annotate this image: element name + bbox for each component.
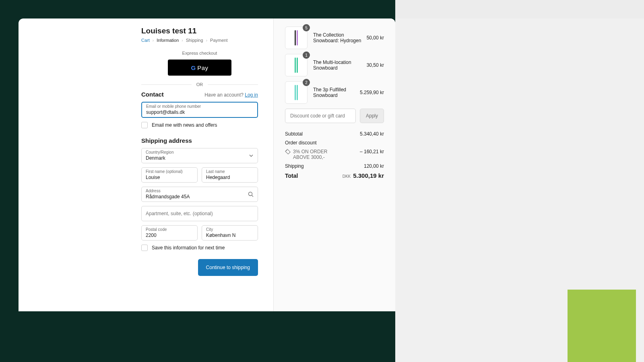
apartment-field[interactable] — [141, 206, 258, 221]
total-currency: DKK — [343, 174, 351, 179]
discount-detail: 3% ON ORDER ABOVE 3000,- — [285, 149, 337, 160]
breadcrumb-information[interactable]: Information — [157, 38, 179, 43]
newsletter-checkbox[interactable] — [141, 122, 148, 128]
order-summary-column: 5The Collection Snowboard: Hydrogen50,00… — [274, 19, 395, 311]
main-column: Louises test 11 Cart › Information › Shi… — [19, 19, 274, 311]
cart-thumb: 2 — [285, 81, 308, 104]
account-prompt: Have an account? Log in — [204, 92, 258, 98]
email-field[interactable]: Email or mobile phone number — [141, 102, 258, 118]
cart-item-price: 5.259,90 kr — [360, 90, 384, 95]
shipping-heading: Shipping address — [141, 137, 258, 144]
total-value: 5.300,19 kr — [353, 172, 384, 179]
tag-icon — [285, 149, 291, 154]
city-field[interactable]: City — [202, 225, 258, 241]
cart-item: 2The 3p Fulfilled Snowboard5.259,90 kr — [285, 81, 384, 104]
cart-item: 1The Multi-location Snowboard30,50 kr — [285, 54, 384, 76]
apartment-input[interactable] — [142, 206, 258, 221]
order-discount-label: Order discount — [285, 140, 317, 146]
shipping-value: 120,00 kr — [364, 163, 384, 169]
breadcrumb-cart[interactable]: Cart — [141, 38, 150, 43]
decorative-green-block — [568, 290, 636, 362]
shipping-label: Shipping — [285, 163, 304, 169]
cart-item: 5The Collection Snowboard: Hydrogen50,00… — [285, 27, 384, 49]
subtotal-label: Subtotal — [285, 131, 303, 137]
quantity-badge: 1 — [303, 51, 310, 59]
breadcrumb-shipping: Shipping — [186, 38, 203, 43]
browser-toolbar-placeholder — [395, 0, 644, 19]
cart-item-name: The Collection Snowboard: Hydrogen — [313, 32, 367, 43]
svg-point-2 — [286, 150, 287, 151]
discount-amount: – 160,21 kr — [360, 149, 384, 154]
total-label: Total — [285, 173, 298, 179]
contact-heading: Contact — [141, 91, 164, 98]
breadcrumb: Cart › Information › Shipping › Payment — [141, 38, 258, 43]
express-checkout-label: Express checkout — [141, 51, 258, 56]
chevron-right-icon: › — [206, 38, 207, 43]
postal-field[interactable]: Postal code — [141, 225, 198, 241]
subtotal-value: 5.340,40 kr — [360, 131, 384, 137]
shop-title: Louises test 11 — [141, 27, 258, 35]
address-field[interactable]: Address — [141, 187, 258, 202]
cart-item-name: The 3p Fulfilled Snowboard — [313, 87, 360, 98]
or-divider: OR — [141, 82, 258, 87]
cart-item-price: 30,50 kr — [367, 62, 384, 68]
google-pay-button[interactable]: G Pay — [168, 60, 231, 76]
quantity-badge: 5 — [303, 24, 310, 31]
first-name-field[interactable]: First name (optional) — [141, 167, 198, 183]
chevron-right-icon: › — [182, 38, 183, 43]
continue-button[interactable]: Continue to shipping — [198, 259, 258, 276]
save-info-label: Save this information for next time — [152, 245, 225, 251]
cart-item-name: The Multi-location Snowboard — [313, 60, 367, 71]
newsletter-label: Email me with news and offers — [152, 122, 217, 128]
cart-item-price: 50,00 kr — [367, 35, 384, 41]
cart-thumb: 5 — [285, 27, 308, 49]
country-select[interactable]: Country/Region Denmark — [141, 148, 258, 163]
checkout-window: Louises test 11 Cart › Information › Shi… — [19, 19, 395, 311]
apply-discount-button[interactable]: Apply — [360, 109, 384, 123]
chevron-right-icon: › — [153, 38, 154, 43]
cart-items-list: 5The Collection Snowboard: Hydrogen50,00… — [285, 27, 384, 104]
quantity-badge: 2 — [303, 79, 310, 86]
dark-background-extension — [0, 311, 329, 362]
save-info-checkbox[interactable] — [141, 245, 148, 251]
last-name-field[interactable]: Last name — [202, 167, 258, 183]
breadcrumb-payment: Payment — [210, 38, 227, 43]
log-in-link[interactable]: Log in — [245, 92, 258, 98]
cart-thumb: 1 — [285, 54, 308, 76]
google-pay-icon: G Pay — [191, 64, 208, 71]
discount-input[interactable] — [285, 109, 356, 123]
summary: Subtotal 5.340,40 kr Order discount 3% O… — [285, 131, 384, 179]
